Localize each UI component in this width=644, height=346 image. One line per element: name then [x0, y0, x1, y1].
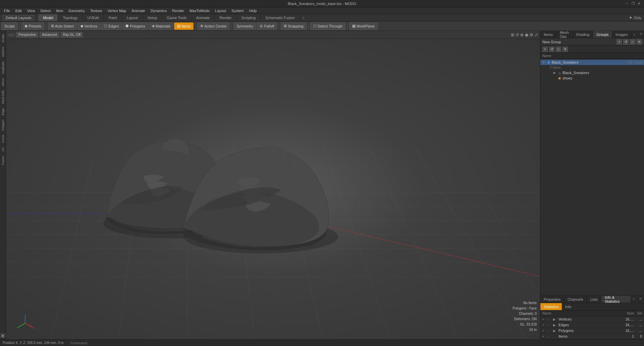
group-filter-btn-4[interactable]: ✕ — [562, 47, 568, 52]
right-tab-shading[interactable]: Shading — [573, 31, 593, 38]
vertices-button[interactable]: ◆ Vertices — [77, 22, 100, 30]
menu-render[interactable]: Render — [169, 8, 187, 13]
right-tab-images[interactable]: Images — [612, 31, 631, 38]
items-button[interactable]: ▤ Items — [174, 22, 194, 30]
viewport-refresh-icon[interactable]: ↺ — [516, 33, 519, 37]
sidebar-tab-sculpt[interactable]: Sculpt — [1, 32, 5, 45]
items-plus-icon[interactable]: + — [542, 335, 546, 338]
tab-model[interactable]: Model — [38, 14, 58, 21]
group-action-btn-4[interactable]: ✕ — [637, 39, 642, 45]
sidebar-tab-uv[interactable]: UV — [1, 145, 5, 154]
menu-system[interactable]: System — [229, 8, 247, 13]
action-center-button[interactable]: ⊕ Action Center — [197, 22, 230, 30]
tree-expand-icon-3[interactable] — [552, 76, 556, 80]
polygons-plus-icon[interactable]: + — [542, 329, 546, 333]
sidebar-collapse-button[interactable]: ▣ — [1, 333, 5, 338]
menu-view[interactable]: View — [24, 8, 38, 13]
menu-help[interactable]: Help — [247, 8, 260, 13]
tree-expand-icon[interactable]: ▼ — [542, 60, 546, 64]
default-layouts-button[interactable]: Default Layouts — [3, 15, 34, 20]
tab-lists[interactable]: Lists — [587, 296, 602, 303]
bottom-tab-add-button[interactable]: + — [631, 296, 637, 303]
viewport-nav-forward[interactable]: ▷ — [12, 33, 15, 37]
sidebar-tab-edge[interactable]: Edge — [1, 106, 5, 117]
menu-select[interactable]: Select — [38, 8, 53, 13]
viewport-grid-icon[interactable]: ⊞ — [511, 33, 514, 37]
falloff-button[interactable]: ◎ Falloff — [257, 22, 277, 30]
tab-info-statistics[interactable]: Info & Statistics — [601, 296, 631, 303]
group-filter-btn-1[interactable]: + — [542, 47, 548, 52]
tree-item-black-sneakers-root[interactable]: ▼ ◉ Black_Sneakers (2) : Group — [540, 60, 644, 65]
sidebar-tab-curve[interactable]: Curve — [1, 133, 5, 145]
group-action-btn-3[interactable]: □ — [630, 39, 635, 45]
tab-game-tools[interactable]: Game Tools — [162, 14, 192, 21]
minimize-button[interactable]: ─ — [625, 1, 629, 6]
vertices-plus-icon[interactable]: + — [542, 318, 546, 321]
sidebar-tab-mirror[interactable]: Mirror — [1, 76, 5, 88]
right-tab-add-button[interactable]: + — [631, 31, 637, 38]
menu-geometry[interactable]: Geometry — [66, 8, 87, 13]
stats-row-vertices[interactable]: + - ▶ Vertices 18,.... ... — [540, 316, 644, 322]
command-input[interactable] — [70, 341, 641, 345]
tab-paint[interactable]: Paint — [104, 14, 122, 21]
perspective-button[interactable]: Perspective — [16, 32, 38, 38]
bottom-panel-close-button[interactable]: ✕ — [637, 296, 644, 303]
group-filter-btn-2[interactable]: ↺ — [549, 47, 554, 52]
ray-gl-button[interactable]: Ray GL: Off — [61, 32, 83, 38]
auto-select-button[interactable]: ⊞ Auto Select — [48, 22, 77, 30]
right-panel-close-button[interactable]: ✕ — [638, 31, 644, 38]
polygons-expand-icon[interactable]: ▶ — [553, 329, 557, 333]
polygons-button[interactable]: ⬟ Polygons — [122, 22, 148, 30]
close-button[interactable]: ✕ — [637, 1, 641, 6]
snapping-button[interactable]: ⊞ Snapping — [281, 22, 307, 30]
tab-scripting[interactable]: Scripting — [237, 14, 261, 21]
edges-expand-icon[interactable]: ▶ — [553, 323, 557, 327]
viewport-expand-icon[interactable]: ⤢ — [535, 33, 538, 37]
tab-schematic-fusion[interactable]: Schematic Fusion — [261, 14, 300, 21]
presets-button[interactable]: ◉ Presets — [21, 22, 44, 30]
tab-topology[interactable]: Topology — [58, 14, 83, 21]
right-tab-mesh-ops[interactable]: Mesh Ops — [556, 31, 573, 38]
advanced-button[interactable]: Advanced — [40, 32, 59, 38]
symmetry-button[interactable]: Symmetry — [233, 22, 256, 30]
materials-button[interactable]: ◈ Materials — [149, 22, 174, 30]
tab-animate[interactable]: Animate — [192, 14, 215, 21]
tab-setup[interactable]: Setup — [143, 14, 162, 21]
sculpt-button[interactable]: Sculpt — [1, 22, 18, 30]
menu-layout[interactable]: Layout — [212, 8, 229, 13]
tab-channels[interactable]: Channels — [564, 296, 587, 303]
sidebar-tab-deform[interactable]: Deform — [1, 45, 5, 59]
edges-plus-icon[interactable]: + — [542, 323, 546, 327]
viewport-zoom-icon[interactable]: ⊕ — [520, 33, 524, 37]
tab-uvedit[interactable]: UVEdit — [83, 14, 104, 21]
group-filter-btn-3[interactable]: □ — [556, 47, 561, 52]
menu-texture[interactable]: Texture — [88, 8, 105, 13]
menu-vertex-map[interactable]: Vertex Map — [105, 8, 129, 13]
stats-tab-statistics[interactable]: Statistics — [540, 303, 562, 310]
polygons-arrow-icon[interactable]: - — [548, 329, 552, 333]
tree-item-shoes[interactable]: ▣ shoes — [540, 75, 644, 81]
menu-maxtomodo[interactable]: MaxToModo — [187, 8, 212, 13]
viewport-camera-icon[interactable]: ◉ — [525, 33, 528, 37]
workplane-button[interactable]: ▦ WorkPlane — [349, 22, 378, 30]
stats-row-edges[interactable]: + - ▶ Edges 34,.... ... — [540, 322, 644, 328]
right-tab-groups[interactable]: Groups — [593, 31, 612, 38]
tab-layout[interactable]: Layout — [122, 14, 143, 21]
menu-file[interactable]: File — [1, 8, 13, 13]
stats-row-items[interactable]: + - Items 1 0 — [540, 334, 644, 339]
viewport-settings-icon[interactable]: ⚙ — [530, 33, 533, 37]
sidebar-tab-mesh-edit[interactable]: Mesh Edit — [1, 89, 5, 106]
sidebar-tab-duplicate[interactable]: Duplicate — [1, 59, 5, 76]
group-action-btn-1[interactable]: + — [616, 39, 622, 45]
tab-properties[interactable]: Properties — [540, 296, 564, 303]
menu-edit[interactable]: Edit — [13, 8, 24, 13]
vertices-expand-icon[interactable]: ▶ — [553, 318, 557, 321]
tree-item-black-sneakers-mesh[interactable]: ▶ △ Black_Sneakers — [540, 70, 644, 75]
edges-arrow-icon[interactable]: - — [548, 323, 552, 327]
menu-animate[interactable]: Animate — [129, 8, 148, 13]
sidebar-tab-fusion[interactable]: Fusion — [1, 154, 5, 167]
select-through-button[interactable]: ⬡ Select Through — [310, 22, 345, 30]
viewport-nav-back[interactable]: ◁ — [8, 33, 11, 37]
menu-dynamics[interactable]: Dynamics — [148, 8, 169, 13]
sidebar-tab-polygon[interactable]: Polygon — [1, 118, 5, 133]
